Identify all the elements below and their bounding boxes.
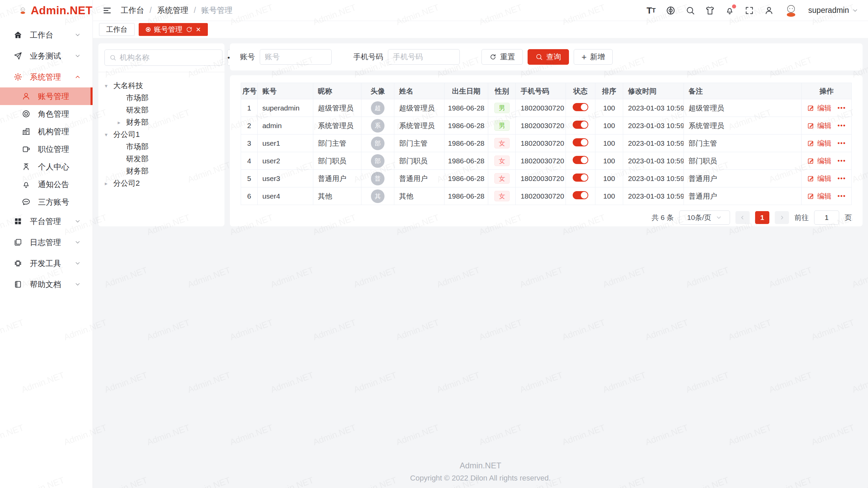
goto-page-input[interactable] (814, 210, 839, 225)
gender-tag: 女 (494, 156, 510, 166)
tree-node[interactable]: ▾大名科技 (102, 80, 221, 92)
sidebar-item-business-test[interactable]: 业务测试 (0, 45, 93, 66)
query-button[interactable]: 查询 (528, 49, 569, 65)
tree-node[interactable]: ▸分公司2 (102, 177, 221, 189)
add-button[interactable]: + 新增 (574, 49, 613, 65)
gender-tag: 男 (494, 103, 510, 113)
tree-caret-icon[interactable]: ▸ (102, 180, 111, 187)
fullscreen-button[interactable] (745, 6, 754, 15)
row-more-button[interactable]: ••• (837, 140, 846, 147)
font-size-button[interactable]: TT (647, 6, 656, 15)
gender-tag: 女 (494, 173, 510, 184)
edit-button[interactable]: 编辑 (807, 156, 831, 166)
page-number-button[interactable]: 1 (755, 211, 769, 224)
tab-workbench[interactable]: 工作台 (99, 23, 135, 36)
chevron-down-icon (852, 7, 859, 14)
sidebar-item-label: 通知公告 (38, 179, 69, 190)
table-header-row: 序号 账号 昵称 头像 姓名 出生日期 性别 手机号码 状态 排序 修改时间 (241, 83, 852, 99)
close-icon[interactable]: × (196, 25, 201, 34)
sidebar-item-label: 机构管理 (38, 126, 69, 137)
row-more-button[interactable]: ••• (837, 157, 846, 164)
sidebar-item-personal-center[interactable]: 个人中心 (0, 158, 93, 176)
tree-node[interactable]: 研发部 (102, 153, 221, 165)
status-toggle[interactable] (573, 138, 588, 146)
tree-caret-icon[interactable]: ▾ (102, 131, 111, 138)
sidebar-item-workbench[interactable]: 工作台 (0, 24, 93, 45)
breadcrumb-item[interactable]: 工作台 (121, 5, 144, 16)
global-search-button[interactable] (686, 6, 695, 15)
sidebar-item-position-management[interactable]: 职位管理 (0, 140, 93, 158)
edit-icon (807, 122, 814, 129)
sidebar-item-notice[interactable]: 通知公告 (0, 176, 93, 193)
user-avatar[interactable] (784, 3, 798, 18)
reset-button[interactable]: 重置 (481, 49, 523, 65)
row-more-button[interactable]: ••• (837, 104, 846, 111)
brand-mascot-icon (19, 3, 27, 18)
status-toggle[interactable] (573, 103, 588, 111)
org-search-box (104, 49, 222, 66)
lock-user-button[interactable] (764, 6, 774, 15)
accounts-table: 序号 账号 昵称 头像 姓名 出生日期 性别 手机号码 状态 排序 修改时间 (241, 83, 852, 205)
status-toggle[interactable] (573, 121, 588, 129)
tree-node[interactable]: 财务部 (102, 165, 221, 177)
tree-caret-icon[interactable]: ▾ (102, 83, 111, 89)
notifications-button[interactable] (725, 6, 734, 15)
sidebar-item-label: 系统管理 (30, 72, 67, 82)
status-toggle[interactable] (573, 156, 588, 164)
tab-label: 账号管理 (154, 25, 182, 34)
next-page-button[interactable] (775, 211, 789, 224)
sidebar-item-system-management[interactable]: 系统管理 (0, 66, 93, 87)
sidebar-item-dev-tools[interactable]: 开发工具 (0, 253, 93, 274)
sidebar-item-account-management[interactable]: 账号管理 (0, 87, 93, 105)
edit-button[interactable]: 编辑 (807, 191, 831, 201)
gender-tag: 男 (494, 120, 510, 131)
status-toggle[interactable] (573, 174, 588, 182)
gear-icon (14, 73, 22, 81)
account-label: 账号 (240, 52, 255, 62)
tab-account-management[interactable]: 账号管理 × (139, 23, 208, 36)
row-more-button[interactable]: ••• (837, 192, 846, 200)
page-size-select[interactable]: 10条/页 (679, 210, 730, 225)
sidebar-item-thirdparty-account[interactable]: 三方账号 (0, 193, 93, 211)
sidebar-item-role-management[interactable]: 角色管理 (0, 105, 93, 123)
tree-node[interactable]: ▾分公司1 (102, 128, 221, 141)
tree-node-label: 研发部 (126, 154, 149, 164)
sidebar-item-log-management[interactable]: 日志管理 (0, 232, 93, 253)
tree-node-label: 分公司1 (113, 129, 140, 140)
tree-caret-icon[interactable]: ▸ (115, 119, 123, 126)
org-search-input[interactable] (120, 53, 217, 62)
tree-node[interactable]: 市场部 (102, 141, 221, 153)
logo[interactable]: Admin.NET (0, 0, 93, 21)
tree-node-label: 市场部 (126, 142, 149, 152)
phone-input[interactable] (388, 49, 460, 65)
reset-label: 重置 (500, 52, 515, 62)
page-unit-label: 页 (845, 213, 852, 222)
account-input[interactable] (260, 49, 332, 65)
collapse-menu-icon[interactable] (102, 6, 112, 15)
tree-node[interactable]: ▸财务部 (102, 116, 221, 128)
row-more-button[interactable]: ••• (837, 122, 846, 129)
prev-page-button[interactable] (735, 211, 750, 224)
status-toggle[interactable] (573, 191, 588, 199)
notification-badge (732, 4, 736, 8)
edit-button[interactable]: 编辑 (807, 139, 831, 148)
edit-button[interactable]: 编辑 (807, 121, 831, 130)
tree-node[interactable]: 市场部 (102, 92, 221, 104)
theme-button[interactable] (705, 6, 715, 15)
goto-label: 前往 (794, 213, 809, 222)
tree-node-label: 市场部 (126, 93, 149, 103)
tree-node[interactable]: 研发部 (102, 104, 221, 116)
username-dropdown[interactable]: superadmin (808, 6, 859, 15)
sidebar-item-org-management[interactable]: 机构管理 (0, 123, 93, 140)
row-more-button[interactable]: ••• (837, 175, 846, 182)
breadcrumb-item[interactable]: 系统管理 (157, 5, 188, 16)
sidebar-item-help-docs[interactable]: 帮助文档 (0, 274, 93, 295)
refresh-icon[interactable] (186, 26, 193, 33)
edit-button[interactable]: 编辑 (807, 103, 831, 113)
edit-button[interactable]: 编辑 (807, 174, 831, 183)
sidebar-item-platform-management[interactable]: 平台管理 (0, 211, 93, 232)
home-icon (14, 30, 22, 39)
language-button[interactable] (666, 6, 675, 15)
building-icon (22, 127, 31, 136)
breadcrumb-item-current: 账号管理 (201, 5, 233, 16)
